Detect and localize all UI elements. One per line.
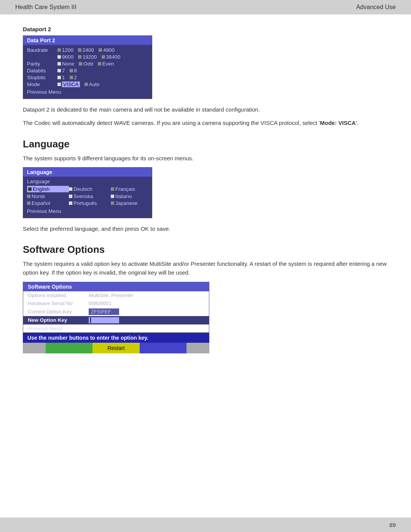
lang-english[interactable]: English [27,186,69,192]
parity-none: None [57,61,74,67]
radio-stop2 [70,76,73,79]
lang-norsk[interactable]: Norsk [27,193,69,199]
radio-8 [70,69,73,72]
dataport2-desc1: Dataport 2 is dedicated to the main came… [23,105,388,114]
sw-new-option-row[interactable]: New Option Key [23,316,209,324]
radio-espanol [27,201,30,205]
btn-restart[interactable]: Restart [92,343,139,353]
info-bar: Use the number buttons to enter the opti… [23,333,209,343]
stopbits-1: 1 [57,75,65,80]
radio-norsk [27,195,30,198]
radio-38400 [102,55,105,59]
radio-stop1 [57,76,61,79]
baudrate-label: Baudrate [27,47,57,53]
sw-new-option-label: New Option Key [28,317,89,323]
text-cursor [90,318,91,323]
lang-francais[interactable]: Français [111,186,153,192]
baudrate-2400: 2400 [78,47,94,53]
lang-deutsch[interactable]: Deutsch [69,186,111,192]
lang-italiano[interactable]: Italiano [111,193,153,199]
sw-hardware-serial-row: Hardware Serial No 00809001 [23,299,209,307]
footer-bar: 89 [0,518,411,532]
dataport2-menu-title: Data Port 2 [23,36,152,45]
header-title-right: Advanced Use [356,4,396,11]
btn-blue[interactable] [140,343,186,353]
page-number: 89 [389,522,396,528]
databits-row: Databits 7 8 [27,68,148,73]
radio-odd [79,62,82,66]
radio-even [98,62,101,66]
lang-previous-menu[interactable]: Previous Menu [27,208,148,215]
parity-options: None Odd Even [57,61,114,67]
sw-menu-body: Options installed: MultiSite, Presenter … [23,291,209,332]
software-options-desc1: The system requires a valid option key t… [23,259,388,277]
databits-7: 7 [57,68,65,73]
mode-auto: Auto [84,81,100,87]
radio-auto [84,83,88,86]
btn-green[interactable] [46,343,92,353]
radio-9600 [57,55,61,59]
parity-even: Even [98,61,114,67]
mode-label: Mode [27,81,57,87]
sw-menu-title: Software Options [23,282,209,291]
sw-current-option-value: ZFSIFEF [89,308,119,315]
dataport2-menu-box: Data Port 2 Baudrate 1200 2400 [23,35,152,99]
sw-hardware-serial-label: Hardware Serial No [28,300,89,306]
btn-gray-left [23,343,46,353]
dataport2-menu-body: Baudrate 1200 2400 4800 [23,45,152,99]
baudrate-9600: 9600 [57,54,73,60]
language-grid: English Deutsch Français Norsk [27,186,148,206]
baudrate-1200: 1200 [57,47,73,53]
btn-gray-right [186,343,209,353]
main-content: Dataport 2 Data Port 2 Baudrate 1200 240 [0,14,411,376]
sw-hardware-serial-value: 00809001 [89,300,112,306]
radio-deutsch [69,187,72,191]
radio-english [28,187,32,191]
lang-svenska[interactable]: Svenska [69,193,111,199]
mode-options: VISCA Auto [57,81,99,87]
dataport2-title: Dataport 2 [23,26,388,32]
language-inner-label: Language [27,179,148,184]
stopbits-label: Stopbits [27,75,57,80]
sw-options-installed-value: MultiSite, Presenter [89,292,134,298]
baudrate-row1: Baudrate 1200 2400 4800 [27,47,148,53]
lang-espanol[interactable]: Español [27,200,69,206]
databits-8: 8 [70,68,77,73]
radio-none [57,62,61,66]
sw-new-option-input[interactable] [89,317,119,323]
language-menu-box: Language Language English Deutsch F [23,167,152,218]
baudrate-38400: 38400 [102,54,121,60]
sw-options-installed-label: Options installed: [28,292,89,298]
stopbits-row: Stopbits 1 2 [27,75,148,80]
sw-options-installed-row: Options installed: MultiSite, Presenter [23,291,209,299]
language-section: Language The system supports 9 different… [23,138,388,233]
radio-19200 [78,55,81,59]
parity-row: Parity None Odd Even [27,61,148,67]
sw-previous-menu-row[interactable]: Previous Menu [23,324,209,332]
radio-visca [57,83,61,86]
software-options-section: Software Options The system requires a v… [23,244,388,353]
dataport2-section: Dataport 2 Data Port 2 Baudrate 1200 240 [23,26,388,128]
dataport2-desc2: The Codec will automatically detect WAVE… [23,118,388,127]
radio-francais [111,187,114,191]
radio-japanese [111,201,114,205]
mode-visca: VISCA [57,81,80,87]
sw-current-option-row: Current Option Key ZFSIFEF [23,307,209,316]
lang-japanese[interactable]: Japanese [111,200,153,206]
language-desc2: Select the preferred language, and then … [23,224,388,233]
radio-1200 [57,48,61,52]
lang-portugues[interactable]: Português [69,200,111,206]
header-title-left: Health Care System III [15,4,76,11]
parity-label: Parity [27,61,57,67]
dp2-previous-menu[interactable]: Previous Menu [27,88,148,96]
databits-label: Databits [27,68,57,73]
software-options-title: Software Options [23,244,388,256]
header-bar: Health Care System III Advanced Use [0,0,411,14]
radio-italiano [111,195,114,198]
baudrate-row2: 9600 19200 38400 [27,54,148,60]
radio-portugues [69,201,72,205]
stopbits-2: 2 [70,75,77,80]
radio-7 [57,69,61,72]
radio-4800 [99,48,102,52]
language-menu-body: Language English Deutsch Français [23,177,152,218]
